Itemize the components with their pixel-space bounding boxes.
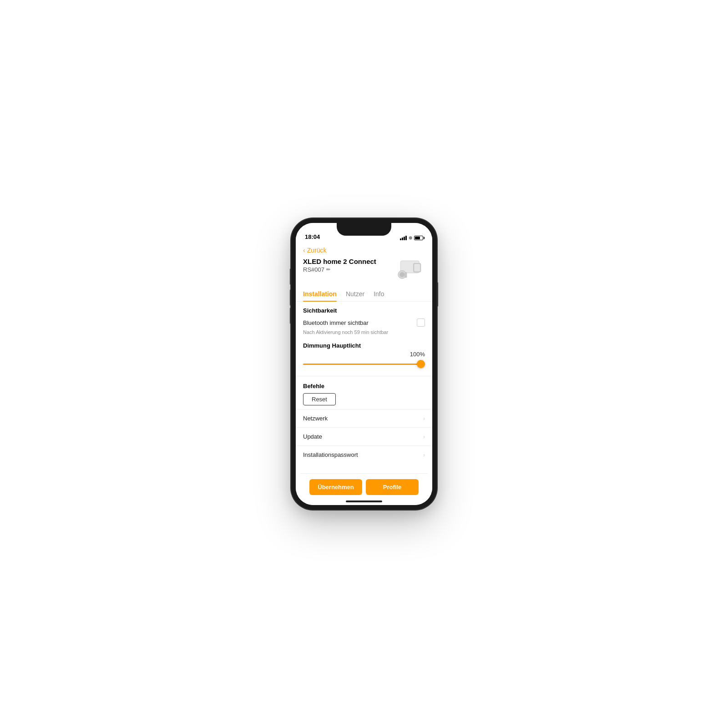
dimmer-slider[interactable] — [303, 359, 425, 369]
device-image — [392, 258, 425, 284]
device-id: RS#007 ✏ — [303, 266, 376, 273]
tab-nutzer[interactable]: Nutzer — [346, 288, 364, 301]
phone-frame: 18:04 ⊛ ‹ Zurück — [291, 218, 437, 510]
home-indicator — [346, 500, 382, 502]
update-label: Update — [303, 433, 322, 440]
main-content: ‹ Zurück XLED home 2 Connect RS#007 ✏ — [296, 243, 432, 505]
wifi-icon: ⊛ — [409, 235, 412, 240]
visibility-section-title: Sichtbarkeit — [296, 302, 432, 316]
screen: 18:04 ⊛ ‹ Zurück — [296, 223, 432, 505]
svg-rect-4 — [414, 264, 420, 271]
slider-track — [303, 364, 425, 365]
back-label: Zurück — [307, 247, 327, 254]
status-icons: ⊛ — [400, 235, 423, 240]
dimmer-title: Dimmung Hauptlicht — [303, 342, 425, 349]
chevron-right-icon: › — [423, 415, 425, 422]
bluetooth-sublabel: Nach Aktivierung noch 59 min sichtbar — [296, 329, 432, 338]
tab-installation[interactable]: Installation — [303, 288, 337, 301]
installationspasswort-label: Installationspasswort — [303, 451, 358, 458]
tab-info[interactable]: Info — [374, 288, 384, 301]
signal-icon — [400, 236, 407, 240]
edit-icon[interactable]: ✏ — [326, 267, 330, 273]
dimmer-value: 100% — [303, 351, 425, 358]
tabs: Installation Nutzer Info — [296, 288, 432, 302]
dimmer-section: Dimmung Hauptlicht 100% — [296, 338, 432, 371]
bluetooth-label: Bluetooth immer sichtbar — [303, 319, 369, 326]
commands-title: Befehle — [303, 383, 425, 389]
status-time: 18:04 — [305, 233, 320, 240]
back-nav[interactable]: ‹ Zurück — [296, 243, 432, 256]
bluetooth-checkbox[interactable] — [417, 318, 425, 327]
divider-1 — [296, 376, 432, 376]
accept-button[interactable]: Übernehmen — [309, 479, 362, 495]
netzwerk-label: Netzwerk — [303, 415, 328, 422]
slider-thumb[interactable] — [417, 360, 425, 368]
menu-row-installationspasswort[interactable]: Installationspasswort › — [296, 445, 432, 464]
device-name: XLED home 2 Connect — [303, 258, 376, 265]
svg-point-2 — [399, 272, 404, 277]
device-info: XLED home 2 Connect RS#007 ✏ — [303, 258, 376, 273]
device-header: XLED home 2 Connect RS#007 ✏ — [296, 256, 432, 288]
battery-icon — [414, 236, 423, 240]
reset-button[interactable]: Reset — [303, 393, 336, 405]
svg-rect-5 — [404, 272, 407, 278]
chevron-right-icon-2: › — [423, 434, 425, 440]
menu-row-update[interactable]: Update › — [296, 427, 432, 445]
bluetooth-row: Bluetooth immer sichtbar — [296, 316, 432, 329]
menu-row-netzwerk[interactable]: Netzwerk › — [296, 409, 432, 427]
chevron-right-icon-3: › — [423, 452, 425, 458]
commands-section: Befehle Reset — [296, 381, 432, 409]
notch — [337, 223, 391, 236]
slider-fill — [303, 364, 425, 365]
back-arrow-icon: ‹ — [303, 247, 305, 254]
profile-button[interactable]: Profile — [366, 479, 419, 495]
